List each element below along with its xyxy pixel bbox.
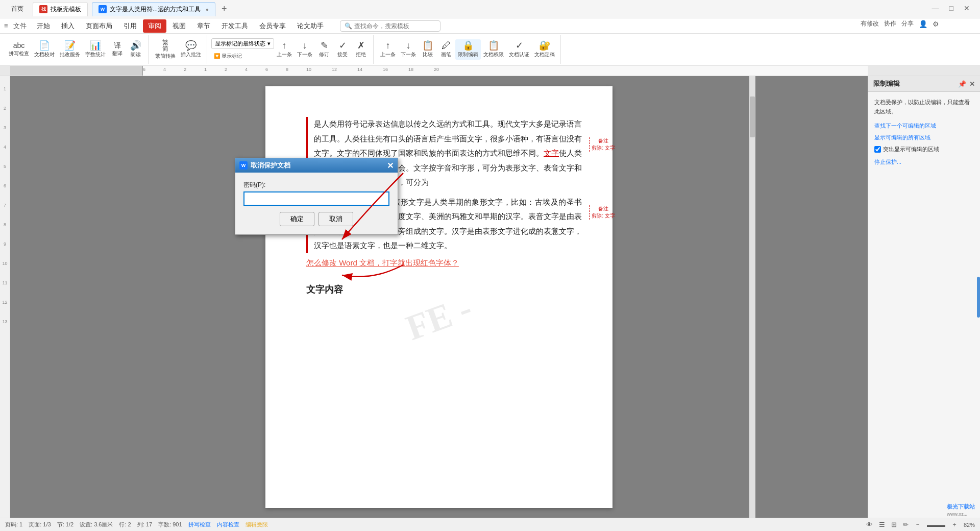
trad-simp-btn[interactable]: 繁简 繁简转换: [153, 38, 178, 61]
menu-review[interactable]: 审阅: [143, 19, 166, 33]
translate-btn[interactable]: 译 翻译: [108, 40, 127, 59]
minimize-button[interactable]: —: [932, 4, 939, 12]
ruler-vert-11: 11: [2, 280, 7, 285]
close-button[interactable]: ✕: [964, 4, 970, 12]
right-panel-pin-icon[interactable]: 📌: [958, 80, 966, 88]
menu-hamburger[interactable]: ≡: [4, 22, 8, 30]
zoom-slider[interactable]: ▬▬▬: [927, 521, 945, 528]
browser-tab-bar: 首页 找 找板壳模板 W 文字是人类用符...远的方式和工具 ● + — □ ✕: [0, 0, 980, 18]
status-spell[interactable]: 拼写检查: [188, 521, 211, 528]
right-panel-scrollbar[interactable]: [977, 277, 980, 318]
doc-perm-btn[interactable]: 📋 文档权限: [481, 39, 506, 60]
user-icon[interactable]: 👤: [919, 20, 927, 28]
share-btn[interactable]: 分享: [901, 19, 914, 28]
ruler-right-panel-space: [868, 66, 980, 76]
right-panel-controls: 📌 ✕: [958, 80, 975, 88]
dialog-password-input[interactable]: [243, 191, 389, 206]
show-mark-label: 显示标记: [222, 53, 242, 60]
menu-file[interactable]: 文件: [13, 21, 27, 31]
reject-btn[interactable]: ✗ 拒绝: [352, 39, 370, 60]
menu-vip[interactable]: 会员专享: [254, 19, 291, 33]
tool-group-review: abc 拼写检查 📄 文档校对 📝 批改服务 📊 字数统计 译 翻译 🔊 朗: [3, 35, 149, 64]
ribbon-search-box[interactable]: 🔍: [340, 20, 440, 32]
find-editable-link[interactable]: 查找下一个可编辑的区域: [874, 122, 974, 130]
menu-view[interactable]: 视图: [167, 19, 191, 33]
zoom-level[interactable]: 82%: [964, 522, 975, 528]
tab-template[interactable]: 找 找板壳模板: [33, 2, 88, 16]
ruler-vert-5: 5: [4, 164, 6, 169]
view-icon-normal[interactable]: 👁: [866, 521, 873, 528]
correction-icon: 📝: [64, 41, 76, 50]
menu-layout[interactable]: 页面布局: [81, 19, 117, 33]
show-all-editable-link[interactable]: 显示可编辑的所有区域: [874, 134, 974, 141]
collaborate-btn[interactable]: 协作: [884, 19, 896, 28]
doc-final-btn[interactable]: 🔐 文档定稿: [532, 39, 557, 60]
doc-area: FE - 是人类用符号记录表达信息以传之久远的方式和工具。现代文字大多是记录语言…: [10, 76, 868, 518]
right-panel-title: 限制编辑: [873, 79, 900, 88]
restrict-edit-btn[interactable]: 🔒 限制编辑: [455, 39, 481, 60]
maximize-button[interactable]: □: [949, 4, 953, 12]
highlight-editable-checkbox-label[interactable]: 突出显示可编辑的区域: [874, 146, 974, 153]
prev-track-btn[interactable]: ↑ 上一条: [274, 39, 295, 60]
next-comment-btn[interactable]: ↓ 下一条: [398, 39, 419, 60]
next-track-btn[interactable]: ↓ 下一条: [295, 39, 315, 60]
doc-review-btn[interactable]: 📄 文档校对: [32, 39, 57, 60]
menu-ref[interactable]: 引用: [118, 19, 142, 33]
show-mark-btn[interactable]: 🔽 显示标记: [211, 51, 244, 61]
status-protect[interactable]: 编辑受限: [246, 521, 268, 528]
ruler-vert-9: 9: [4, 242, 6, 247]
has-changes-btn[interactable]: 有修改: [861, 19, 879, 28]
dialog-close-btn[interactable]: ✕: [387, 161, 394, 171]
comment1-label: 剪除: 文字: [592, 144, 615, 152]
red-link[interactable]: 怎么修改 Word 文档，打字就出现红色字体？: [306, 258, 459, 267]
doc-review-label: 文档校对: [34, 51, 55, 58]
prev-comment-icon: ↑: [386, 41, 390, 50]
insert-comment-btn[interactable]: 💬 插入批注: [178, 39, 204, 60]
ribbon-search-input[interactable]: [354, 22, 436, 30]
accept-btn[interactable]: ✓ 接受: [333, 39, 352, 60]
status-content-check[interactable]: 内容检查: [217, 521, 239, 528]
ribbon-menu-bar: ≡ 文件 开始 插入 页面布局 引用 审阅 视图 章节 开发工具 会员专享 论文…: [0, 18, 980, 34]
menu-paper[interactable]: 论文助手: [292, 19, 329, 33]
view-icon-page[interactable]: ☰: [879, 521, 885, 528]
view-icon-outline[interactable]: ✏: [903, 521, 909, 528]
doc-scrollbar[interactable]: [749, 76, 755, 518]
new-tab-button[interactable]: +: [217, 4, 231, 14]
menu-dev[interactable]: 开发工具: [216, 19, 253, 33]
highlight-editable-checkbox[interactable]: [874, 146, 881, 153]
pen-btn[interactable]: 🖊 画笔: [437, 39, 455, 60]
read-btn[interactable]: 🔊 朗读: [127, 39, 145, 60]
next-comment-icon: ↓: [406, 41, 411, 50]
tab-doc-close[interactable]: ●: [206, 7, 209, 12]
display-status-dropdown[interactable]: 显示标记的最终状态 ▾: [211, 38, 274, 49]
ruler-vert-7: 7: [4, 203, 6, 208]
compare-btn[interactable]: 📋 比较: [419, 39, 437, 60]
tab-home[interactable]: 首页: [4, 2, 31, 16]
right-panel-close-icon[interactable]: ✕: [969, 80, 975, 88]
ribbon: ≡ 文件 开始 插入 页面布局 引用 审阅 视图 章节 开发工具 会员专享 论文…: [0, 18, 980, 66]
dialog-buttons: 确定 取消: [243, 212, 389, 226]
zoom-in-btn[interactable]: ＋: [951, 520, 958, 529]
view-icon-web[interactable]: ⊞: [891, 521, 897, 528]
settings-icon[interactable]: ⚙: [933, 20, 939, 28]
correction-btn[interactable]: 📝 批改服务: [57, 39, 83, 60]
scrollbar-thumb[interactable]: [750, 96, 755, 137]
status-words: 字数: 901: [158, 521, 182, 528]
menu-chapter[interactable]: 章节: [192, 19, 215, 33]
spell-check-btn[interactable]: abc 拼写检查: [6, 40, 32, 59]
revision-btn[interactable]: ✎ 修订: [315, 39, 333, 60]
word-count-btn[interactable]: 📊 字数统计: [83, 39, 108, 60]
menu-home[interactable]: 开始: [32, 19, 55, 33]
menu-insert[interactable]: 插入: [56, 19, 80, 33]
tab-doc[interactable]: W 文字是人类用符...远的方式和工具 ●: [92, 2, 215, 16]
reject-label: 拒绝: [356, 51, 366, 58]
status-settings: 设置: 3.6厘米: [80, 521, 113, 528]
dialog-ok-btn[interactable]: 确定: [280, 212, 314, 226]
doc-perm-label: 文档权限: [483, 51, 504, 58]
stop-protection-btn[interactable]: 停止保护...: [874, 159, 901, 165]
zoom-out-btn[interactable]: －: [915, 520, 921, 529]
dialog-cancel-btn[interactable]: 取消: [318, 212, 353, 226]
doc-cert-btn[interactable]: ✓ 文档认证: [506, 39, 532, 60]
prev-comment-btn[interactable]: ↑ 上一条: [378, 39, 398, 60]
tab-template-icon: 找: [39, 5, 47, 13]
